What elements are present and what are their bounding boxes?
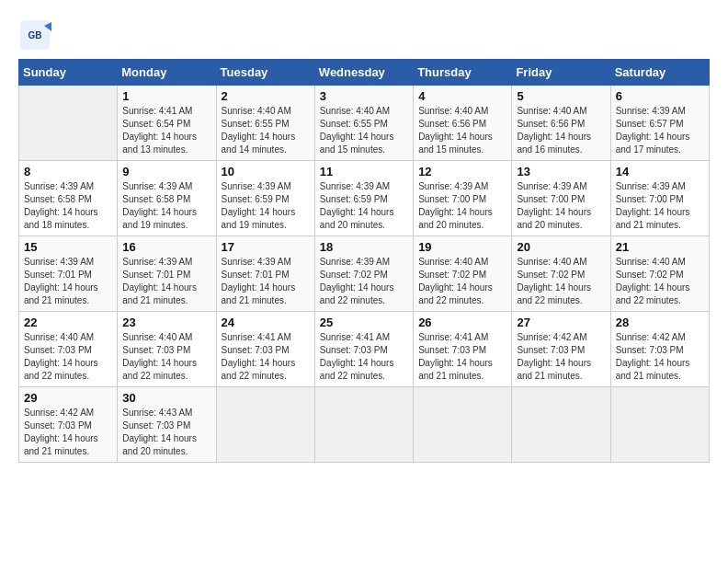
calendar-week-row: 8 Sunrise: 4:39 AMSunset: 6:58 PMDayligh… [19,161,710,236]
day-number: 28 [616,316,704,329]
day-info: Sunrise: 4:40 AMSunset: 6:55 PMDaylight:… [222,105,310,156]
calendar-day-cell: 18 Sunrise: 4:39 AMSunset: 7:02 PMDaylig… [314,236,413,312]
day-info: Sunrise: 4:42 AMSunset: 7:03 PMDaylight:… [616,331,704,383]
day-number: 18 [320,240,408,254]
day-info: Sunrise: 4:40 AMSunset: 6:56 PMDaylight:… [517,105,605,156]
calendar-day-cell: 28 Sunrise: 4:42 AMSunset: 7:03 PMDaylig… [610,312,709,387]
calendar-day-cell: 15 Sunrise: 4:39 AMSunset: 7:01 PMDaylig… [19,236,118,312]
day-info: Sunrise: 4:39 AMSunset: 6:58 PMDaylight:… [24,180,112,232]
calendar-day-cell: 3 Sunrise: 4:40 AMSunset: 6:55 PMDayligh… [314,86,413,161]
day-info: Sunrise: 4:40 AMSunset: 7:03 PMDaylight:… [122,331,210,383]
day-info: Sunrise: 4:41 AMSunset: 6:54 PMDaylight:… [122,105,210,156]
calendar-day-cell: 10 Sunrise: 4:39 AMSunset: 6:59 PMDaylig… [216,161,314,236]
day-number: 26 [418,316,506,329]
calendar-day-cell: 22 Sunrise: 4:40 AMSunset: 7:03 PMDaylig… [19,312,118,387]
day-number: 13 [517,165,605,178]
day-number: 30 [122,391,210,405]
calendar-day-cell: 24 Sunrise: 4:41 AMSunset: 7:03 PMDaylig… [216,312,314,387]
day-info: Sunrise: 4:40 AMSunset: 7:02 PMDaylight:… [517,256,605,307]
day-number: 11 [320,165,408,178]
empty-cell [216,387,314,463]
calendar-day-cell: 11 Sunrise: 4:39 AMSunset: 6:59 PMDaylig… [314,161,413,236]
calendar-day-cell: 5 Sunrise: 4:40 AMSunset: 6:56 PMDayligh… [512,86,610,161]
calendar-day-cell: 4 Sunrise: 4:40 AMSunset: 6:56 PMDayligh… [414,86,512,161]
day-number: 25 [320,316,408,329]
weekday-header-saturday: Saturday [610,60,709,86]
day-info: Sunrise: 4:39 AMSunset: 6:59 PMDaylight:… [222,180,310,232]
day-number: 14 [616,165,704,178]
empty-cell [414,387,512,463]
day-info: Sunrise: 4:42 AMSunset: 7:03 PMDaylight:… [24,407,112,458]
svg-text:GB: GB [28,30,42,40]
calendar-day-cell: 6 Sunrise: 4:39 AMSunset: 6:57 PMDayligh… [610,86,709,161]
day-number: 9 [122,165,210,178]
calendar-day-cell: 21 Sunrise: 4:40 AMSunset: 7:02 PMDaylig… [610,236,709,312]
calendar-day-cell: 2 Sunrise: 4:40 AMSunset: 6:55 PMDayligh… [216,86,314,161]
day-info: Sunrise: 4:41 AMSunset: 7:03 PMDaylight:… [222,331,310,383]
calendar-week-row: 29 Sunrise: 4:42 AMSunset: 7:03 PMDaylig… [19,387,710,463]
day-info: Sunrise: 4:41 AMSunset: 7:03 PMDaylight:… [320,331,408,383]
day-number: 8 [24,165,112,178]
calendar-day-cell: 16 Sunrise: 4:39 AMSunset: 7:01 PMDaylig… [118,236,216,312]
weekday-header-monday: Monday [118,60,216,86]
weekday-header-friday: Friday [512,60,610,86]
day-number: 5 [517,89,605,103]
weekday-header-thursday: Thursday [414,60,512,86]
day-info: Sunrise: 4:39 AMSunset: 7:00 PMDaylight:… [517,180,605,232]
calendar-day-cell: 25 Sunrise: 4:41 AMSunset: 7:03 PMDaylig… [314,312,413,387]
calendar-day-cell: 13 Sunrise: 4:39 AMSunset: 7:00 PMDaylig… [512,161,610,236]
day-info: Sunrise: 4:40 AMSunset: 7:02 PMDaylight:… [616,256,704,307]
day-info: Sunrise: 4:39 AMSunset: 6:57 PMDaylight:… [616,105,704,156]
calendar-day-cell: 1 Sunrise: 4:41 AMSunset: 6:54 PMDayligh… [118,86,216,161]
day-info: Sunrise: 4:39 AMSunset: 7:00 PMDaylight:… [616,180,704,232]
calendar-day-cell: 17 Sunrise: 4:39 AMSunset: 7:01 PMDaylig… [216,236,314,312]
calendar-week-row: 15 Sunrise: 4:39 AMSunset: 7:01 PMDaylig… [19,236,710,312]
day-number: 19 [418,240,506,254]
day-number: 10 [222,165,310,178]
calendar-day-cell: 23 Sunrise: 4:40 AMSunset: 7:03 PMDaylig… [118,312,216,387]
day-info: Sunrise: 4:39 AMSunset: 6:59 PMDaylight:… [320,180,408,232]
day-number: 1 [122,89,210,103]
calendar-week-row: 22 Sunrise: 4:40 AMSunset: 7:03 PMDaylig… [19,312,710,387]
day-info: Sunrise: 4:40 AMSunset: 6:55 PMDaylight:… [320,105,408,156]
logo-icon: GB [18,18,51,52]
day-info: Sunrise: 4:41 AMSunset: 7:03 PMDaylight:… [418,331,506,383]
day-info: Sunrise: 4:39 AMSunset: 7:01 PMDaylight:… [24,256,112,307]
empty-cell [314,387,413,463]
weekday-header-sunday: Sunday [19,60,118,86]
day-number: 16 [122,240,210,254]
day-info: Sunrise: 4:40 AMSunset: 7:02 PMDaylight:… [418,256,506,307]
day-number: 2 [222,89,310,103]
calendar-table: SundayMondayTuesdayWednesdayThursdayFrid… [18,59,710,463]
page-header: GB [18,18,710,52]
day-info: Sunrise: 4:39 AMSunset: 7:01 PMDaylight:… [222,256,310,307]
day-number: 3 [320,89,408,103]
day-number: 23 [122,316,210,329]
calendar-day-cell: 12 Sunrise: 4:39 AMSunset: 7:00 PMDaylig… [414,161,512,236]
weekday-header-row: SundayMondayTuesdayWednesdayThursdayFrid… [19,60,710,86]
day-number: 24 [222,316,310,329]
calendar-week-row: 1 Sunrise: 4:41 AMSunset: 6:54 PMDayligh… [19,86,710,161]
day-info: Sunrise: 4:42 AMSunset: 7:03 PMDaylight:… [517,331,605,383]
empty-cell [19,86,118,161]
day-info: Sunrise: 4:39 AMSunset: 7:02 PMDaylight:… [320,256,408,307]
calendar-day-cell: 20 Sunrise: 4:40 AMSunset: 7:02 PMDaylig… [512,236,610,312]
weekday-header-tuesday: Tuesday [216,60,314,86]
day-number: 4 [418,89,506,103]
day-number: 17 [222,240,310,254]
day-number: 15 [24,240,112,254]
calendar-day-cell: 8 Sunrise: 4:39 AMSunset: 6:58 PMDayligh… [19,161,118,236]
logo: GB [18,18,57,52]
day-number: 21 [616,240,704,254]
day-number: 12 [418,165,506,178]
calendar-day-cell: 9 Sunrise: 4:39 AMSunset: 6:58 PMDayligh… [118,161,216,236]
calendar-day-cell: 19 Sunrise: 4:40 AMSunset: 7:02 PMDaylig… [414,236,512,312]
calendar-day-cell: 30 Sunrise: 4:43 AMSunset: 7:03 PMDaylig… [118,387,216,463]
day-info: Sunrise: 4:40 AMSunset: 7:03 PMDaylight:… [24,331,112,383]
day-number: 27 [517,316,605,329]
empty-cell [610,387,709,463]
day-number: 20 [517,240,605,254]
day-number: 29 [24,391,112,405]
day-info: Sunrise: 4:40 AMSunset: 6:56 PMDaylight:… [418,105,506,156]
day-info: Sunrise: 4:39 AMSunset: 7:00 PMDaylight:… [418,180,506,232]
